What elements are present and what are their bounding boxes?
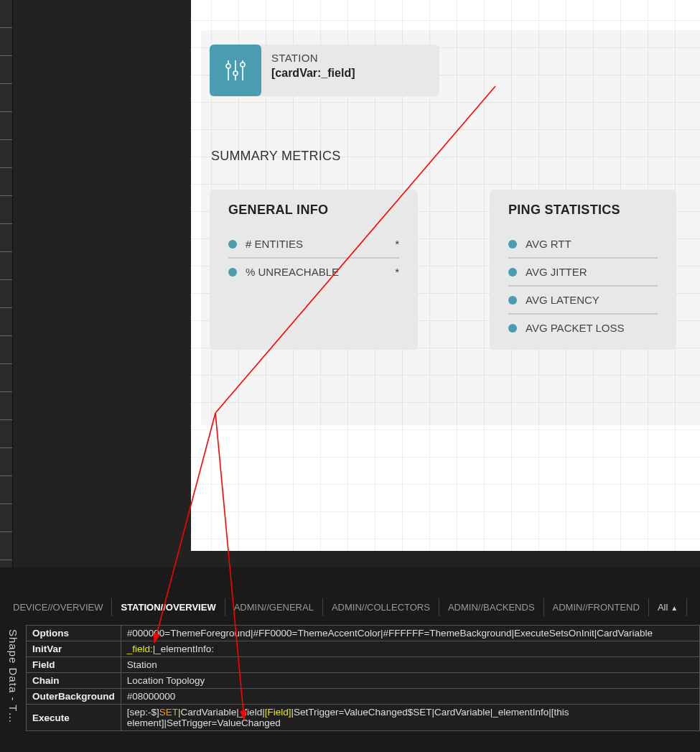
prop-value[interactable]: Location Topology bbox=[121, 673, 699, 689]
prop-row-chain[interactable]: Chain Location Topology bbox=[27, 673, 700, 689]
station-value: [cardVar:_field] bbox=[271, 67, 355, 80]
metric-row[interactable]: % UNREACHABLE * bbox=[228, 259, 399, 285]
sliders-icon bbox=[210, 45, 261, 96]
prop-value[interactable]: _field:|_elementInfo: bbox=[121, 641, 699, 657]
metric-row[interactable]: AVG LATENCY bbox=[508, 287, 658, 315]
prop-key: Options bbox=[27, 626, 121, 641]
prop-value[interactable]: [sep:-$]SET|CardVariable|_field|[Field]|… bbox=[121, 705, 699, 731]
tab-station-overview[interactable]: STATION//OVERVIEW bbox=[112, 598, 225, 616]
metric-label: # ENTITIES bbox=[246, 238, 303, 250]
bullet-icon bbox=[508, 268, 517, 277]
prop-key: Field bbox=[27, 657, 121, 673]
prop-key: InitVar bbox=[27, 641, 121, 657]
svg-point-3 bbox=[226, 64, 230, 68]
metric-row[interactable]: AVG JITTER bbox=[508, 259, 658, 287]
tab-admin-backends[interactable]: ADMIN//BACKENDS bbox=[439, 598, 544, 616]
prop-row-execute[interactable]: Execute [sep:-$]SET|CardVariable|_field|… bbox=[27, 705, 700, 731]
tab-admin-collectors[interactable]: ADMIN//COLLECTORS bbox=[323, 598, 439, 616]
tab-admin-frontend[interactable]: ADMIN//FRONTEND bbox=[544, 598, 649, 616]
bullet-icon bbox=[228, 240, 237, 249]
metric-row[interactable]: AVG PACKET LOSS bbox=[508, 315, 658, 341]
tab-all-label: All bbox=[658, 602, 668, 613]
bullet-icon bbox=[228, 268, 237, 277]
general-info-title: GENERAL INFO bbox=[228, 203, 399, 218]
metric-row[interactable]: AVG RTT bbox=[508, 231, 658, 259]
tab-admin-general[interactable]: ADMIN//GENERAL bbox=[225, 598, 323, 616]
prop-row-options[interactable]: Options #000000=ThemeForeground|#FF0000=… bbox=[27, 626, 700, 641]
prop-row-field[interactable]: Field Station bbox=[27, 657, 700, 673]
prop-value[interactable]: Station bbox=[121, 657, 699, 673]
bullet-icon bbox=[508, 324, 517, 333]
prop-value[interactable]: #000000=ThemeForeground|#FF0000=ThemeAcc… bbox=[121, 626, 699, 641]
metric-label: % UNREACHABLE bbox=[246, 266, 339, 278]
properties-panel: Options #000000=ThemeForeground|#FF0000=… bbox=[26, 625, 700, 731]
prop-value[interactable]: #08000000 bbox=[121, 689, 699, 705]
prop-key: OuterBackground bbox=[27, 689, 121, 705]
svg-point-5 bbox=[241, 62, 245, 67]
metric-label: AVG RTT bbox=[526, 238, 571, 250]
ping-stats-title: PING STATISTICS bbox=[508, 203, 658, 218]
ping-stats-card[interactable]: PING STATISTICS AVG RTT AVG JITTER AVG L… bbox=[490, 190, 676, 350]
vertical-ruler bbox=[0, 0, 13, 567]
metric-label: AVG LATENCY bbox=[526, 294, 599, 306]
tab-all[interactable]: All▲ bbox=[649, 598, 687, 616]
prop-row-outerbackground[interactable]: OuterBackground #08000000 bbox=[27, 689, 700, 705]
general-info-card[interactable]: GENERAL INFO # ENTITIES * % UNREACHABLE … bbox=[210, 190, 418, 350]
prop-key: Chain bbox=[27, 673, 121, 689]
tab-device-overview[interactable]: DEVICE//OVERVIEW bbox=[4, 598, 112, 616]
metric-value: * bbox=[395, 238, 399, 250]
shape-data-side-label[interactable]: Shape Data - T… bbox=[3, 625, 23, 747]
section-title: SUMMARY METRICS bbox=[211, 149, 340, 164]
station-label: STATION bbox=[271, 52, 355, 64]
triangle-up-icon: ▲ bbox=[671, 604, 678, 612]
metric-label: AVG PACKET LOSS bbox=[526, 322, 625, 334]
station-card[interactable]: STATION [cardVar:_field] bbox=[210, 45, 439, 96]
canvas-area[interactable]: STATION [cardVar:_field] SUMMARY METRICS… bbox=[13, 0, 700, 567]
metric-row[interactable]: # ENTITIES * bbox=[228, 231, 399, 259]
tab-strip: DEVICE//OVERVIEW STATION//OVERVIEW ADMIN… bbox=[0, 596, 700, 618]
bullet-icon bbox=[508, 296, 517, 305]
station-text: STATION [cardVar:_field] bbox=[261, 45, 365, 96]
prop-row-initvar[interactable]: InitVar _field:|_elementInfo: bbox=[27, 641, 700, 657]
bullet-icon bbox=[508, 240, 517, 249]
prop-key: Execute bbox=[27, 705, 121, 731]
metric-label: AVG JITTER bbox=[526, 266, 587, 278]
metric-value: * bbox=[395, 266, 399, 278]
svg-point-4 bbox=[233, 71, 238, 75]
design-canvas[interactable]: STATION [cardVar:_field] SUMMARY METRICS… bbox=[191, 0, 700, 551]
outer-panel[interactable]: STATION [cardVar:_field] SUMMARY METRICS… bbox=[201, 30, 700, 425]
